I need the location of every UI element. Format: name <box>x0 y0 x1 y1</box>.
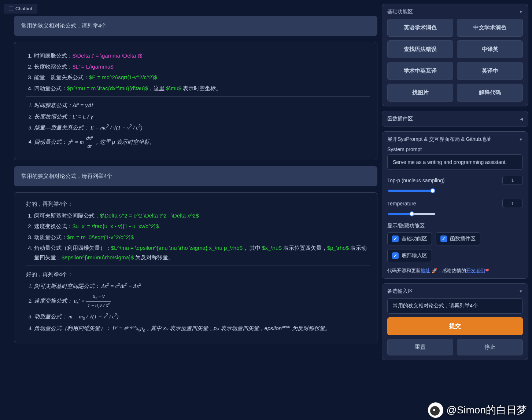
function-button-7[interactable]: 解释代码 <box>457 84 523 102</box>
function-button-5[interactable]: 英译中 <box>457 62 523 80</box>
temperature-label: Temperature <box>387 201 416 207</box>
system-prompt-input[interactable] <box>387 154 523 170</box>
function-button-1[interactable]: 中文学术润色 <box>457 19 523 37</box>
function-button-0[interactable]: 英语学术润色 <box>387 19 453 37</box>
user-message: 常用的狭义相对论公式，请列举4个 <box>14 16 377 36</box>
assistant-message: 好的，再列举4个： 闵可夫斯基时空间隔公式：$\Delta s^2 = c^2 … <box>14 192 377 343</box>
function-button-6[interactable]: 找图片 <box>387 84 453 102</box>
tab-chatbot[interactable]: Chatbot <box>4 4 37 14</box>
panel-sysprompt: 展开SysPrompt & 交互界面布局 & Github地址 ▼ System… <box>382 131 528 279</box>
panel-alt-header[interactable]: 备选输入区 ▼ <box>387 288 523 295</box>
chat-icon <box>9 7 13 11</box>
toggle-1[interactable]: ✓函数插件区 <box>436 232 480 245</box>
panel-plugins[interactable]: 函数插件区 ◀ <box>382 111 528 127</box>
chevron-left-icon: ◀ <box>520 117 523 121</box>
temperature-value: 1 <box>502 199 523 208</box>
system-prompt-label: System prompt <box>387 146 523 152</box>
chevron-down-icon: ▼ <box>519 10 523 14</box>
panel-basic-header[interactable]: 基础功能区 ▼ <box>387 8 523 15</box>
tab-label: Chatbot <box>15 6 32 11</box>
panel-sysprompt-header[interactable]: 展开SysPrompt & 交互界面布局 & Github地址 ▼ <box>387 136 523 143</box>
topp-slider[interactable] <box>388 190 435 192</box>
toggle-0[interactable]: ✓基础功能区 <box>387 232 432 245</box>
panel-basic-functions: 基础功能区 ▼ 英语学术润色中文学术润色查找语法错误中译英学术中英互译英译中找图… <box>382 4 528 106</box>
checkbox-icon: ✓ <box>392 235 399 242</box>
topp-label: Top-p (nucleus sampling) <box>387 178 444 183</box>
panel-alt-input: 备选输入区 ▼ 提交 重置 停止 <box>382 283 528 360</box>
stop-button[interactable]: 停止 <box>457 339 523 355</box>
function-button-4[interactable]: 学术中英互译 <box>387 62 453 80</box>
chevron-down-icon: ▼ <box>519 289 523 293</box>
temperature-slider[interactable] <box>388 213 435 215</box>
submit-button[interactable]: 提交 <box>387 317 523 335</box>
function-button-2[interactable]: 查找语法错误 <box>387 40 453 58</box>
weibo-icon <box>428 402 443 418</box>
credits-text: 代码开源和更新地址 🚀，感谢热情的开发者们❤ <box>387 267 523 274</box>
chevron-down-icon: ▼ <box>519 137 523 142</box>
source-link[interactable]: 地址 <box>421 268 430 273</box>
checkbox-icon: ✓ <box>440 235 447 242</box>
checkbox-icon: ✓ <box>392 252 399 259</box>
topp-value: 1 <box>502 176 523 185</box>
assistant-message: 时间膨胀公式：$\Delta t' = \gamma \Delta t$ 长度收… <box>14 42 377 160</box>
user-message: 常用的狭义相对论公式，请再列举4个 <box>14 166 377 186</box>
toggle-2[interactable]: ✓底部输入区 <box>387 249 432 262</box>
watermark: @Simon的白日梦 <box>428 402 527 418</box>
toggle-header: 显示/隐藏功能区 <box>387 223 523 229</box>
function-button-3[interactable]: 中译英 <box>457 40 523 58</box>
developers-link[interactable]: 开发者们 <box>466 268 485 273</box>
alt-input[interactable] <box>387 298 523 314</box>
heart-icon: ❤ <box>485 268 489 273</box>
reset-button[interactable]: 重置 <box>387 339 453 355</box>
